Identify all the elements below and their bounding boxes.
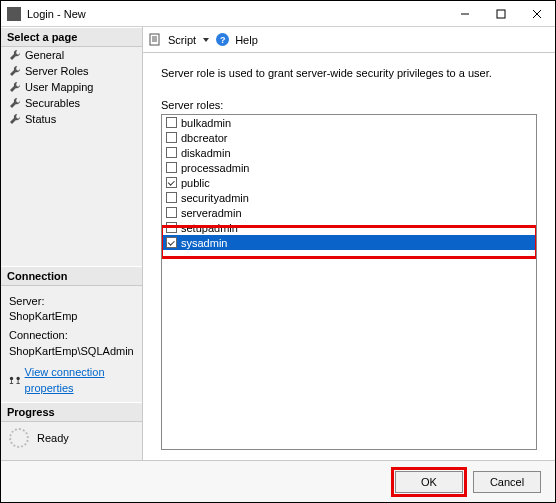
svg-marker-10 <box>203 38 209 42</box>
wrench-icon <box>9 81 21 93</box>
server-value: ShopKartEmp <box>9 309 134 324</box>
role-checkbox-sysadmin[interactable] <box>166 237 177 248</box>
script-dropdown-icon[interactable] <box>202 36 210 44</box>
role-checkbox-bulkadmin[interactable] <box>166 117 177 128</box>
content-area: Server role is used to grant server-wide… <box>143 53 555 460</box>
close-button[interactable] <box>519 3 555 25</box>
login-new-window: Login - New Select a page GeneralServer … <box>0 0 556 503</box>
script-button[interactable]: Script <box>168 34 196 46</box>
svg-point-5 <box>16 376 19 379</box>
view-connection-properties-link[interactable]: View connection properties <box>25 365 134 396</box>
role-label: processadmin <box>181 162 249 174</box>
progress-spinner-icon <box>9 428 29 448</box>
app-icon <box>7 7 21 21</box>
minimize-button[interactable] <box>447 3 483 25</box>
page-item-label: User Mapping <box>25 81 93 93</box>
role-checkbox-serveradmin[interactable] <box>166 207 177 218</box>
role-row-diskadmin[interactable]: diskadmin <box>162 145 536 160</box>
titlebar: Login - New <box>1 1 555 27</box>
role-checkbox-securityadmin[interactable] <box>166 192 177 203</box>
svg-rect-1 <box>497 10 505 18</box>
ok-button[interactable]: OK <box>395 471 463 493</box>
role-label: setupadmin <box>181 222 238 234</box>
maximize-button[interactable] <box>483 3 519 25</box>
sidebar: Select a page GeneralServer RolesUser Ma… <box>1 27 143 460</box>
role-checkbox-processadmin[interactable] <box>166 162 177 173</box>
progress-panel: Ready <box>1 422 142 460</box>
connection-properties-icon <box>9 375 21 387</box>
connection-value: ShopKartEmp\SQLAdmin <box>9 344 134 359</box>
description-text: Server role is used to grant server-wide… <box>161 67 537 79</box>
connection-header: Connection <box>1 266 142 286</box>
server-roles-listbox[interactable]: bulkadmindbcreatordiskadminprocessadminp… <box>161 114 537 450</box>
cancel-button[interactable]: Cancel <box>473 471 541 493</box>
role-checkbox-diskadmin[interactable] <box>166 147 177 158</box>
role-label: sysadmin <box>181 237 227 249</box>
role-label: public <box>181 177 210 189</box>
role-checkbox-public[interactable] <box>166 177 177 188</box>
progress-status: Ready <box>37 432 69 444</box>
dialog-footer: OK Cancel <box>1 460 555 502</box>
page-item-server-roles[interactable]: Server Roles <box>1 63 142 79</box>
help-icon: ? <box>216 33 229 46</box>
wrench-icon <box>9 49 21 61</box>
connection-label: Connection: <box>9 328 134 343</box>
wrench-icon <box>9 65 21 77</box>
role-label: serveradmin <box>181 207 242 219</box>
wrench-icon <box>9 113 21 125</box>
role-row-bulkadmin[interactable]: bulkadmin <box>162 115 536 130</box>
role-row-processadmin[interactable]: processadmin <box>162 160 536 175</box>
page-item-label: Server Roles <box>25 65 89 77</box>
server-label: Server: <box>9 294 134 309</box>
role-label: bulkadmin <box>181 117 231 129</box>
script-icon <box>149 33 162 46</box>
page-item-general[interactable]: General <box>1 47 142 63</box>
role-row-dbcreator[interactable]: dbcreator <box>162 130 536 145</box>
page-item-label: General <box>25 49 64 61</box>
page-item-securables[interactable]: Securables <box>1 95 142 111</box>
wrench-icon <box>9 97 21 109</box>
role-checkbox-setupadmin[interactable] <box>166 222 177 233</box>
progress-header: Progress <box>1 402 142 422</box>
role-row-sysadmin[interactable]: sysadmin <box>162 235 536 250</box>
role-row-serveradmin[interactable]: serveradmin <box>162 205 536 220</box>
role-row-public[interactable]: public <box>162 175 536 190</box>
role-checkbox-dbcreator[interactable] <box>166 132 177 143</box>
role-label: dbcreator <box>181 132 227 144</box>
page-list: GeneralServer RolesUser MappingSecurable… <box>1 47 142 127</box>
window-title: Login - New <box>27 8 86 20</box>
select-page-header: Select a page <box>1 27 142 47</box>
svg-point-4 <box>10 376 13 379</box>
server-roles-label: Server roles: <box>161 99 537 111</box>
connection-panel: Server: ShopKartEmp Connection: ShopKart… <box>1 286 142 402</box>
main-panel: Script ? Help Server role is used to gra… <box>143 27 555 460</box>
role-row-securityadmin[interactable]: securityadmin <box>162 190 536 205</box>
page-item-user-mapping[interactable]: User Mapping <box>1 79 142 95</box>
role-label: diskadmin <box>181 147 231 159</box>
help-button[interactable]: Help <box>235 34 258 46</box>
page-item-label: Status <box>25 113 56 125</box>
toolbar: Script ? Help <box>143 27 555 53</box>
page-item-label: Securables <box>25 97 80 109</box>
role-label: securityadmin <box>181 192 249 204</box>
role-row-setupadmin[interactable]: setupadmin <box>162 220 536 235</box>
page-item-status[interactable]: Status <box>1 111 142 127</box>
